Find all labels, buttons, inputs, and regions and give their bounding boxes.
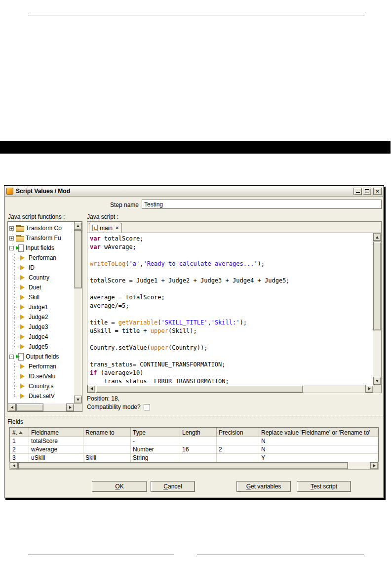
tree-item-id[interactable]: ID [8,263,74,273]
collapse-icon[interactable]: - [9,246,14,250]
leaf-icon [19,363,27,370]
scroll-thumb[interactable] [16,403,43,411]
column-header-length[interactable]: Length [180,428,217,437]
scroll-left-button[interactable] [87,385,95,393]
expand-icon[interactable]: + [9,226,14,231]
table-row[interactable]: 1totalScore-N [10,437,378,445]
table-horizontal-scrollbar[interactable] [9,462,379,470]
tree-item-input-fields[interactable]: -Input fields [8,243,74,253]
table-cell[interactable] [217,437,259,445]
step-name-label: Step name [34,201,139,208]
editor-horizontal-scrollbar[interactable] [87,385,373,393]
scroll-up-button[interactable] [373,233,381,241]
get-variables-button[interactable]: Get variables [236,481,291,492]
close-button[interactable]: × [373,188,382,195]
table-cell[interactable] [180,454,217,462]
scroll-up-button[interactable] [74,222,82,230]
tree-item-duet[interactable]: Duet [8,282,74,292]
table-cell[interactable]: 2 [10,445,29,454]
minimize-button[interactable] [353,188,362,195]
tree-item-output-fields[interactable]: -Output fields [8,352,74,362]
tree-item-country-s[interactable]: Country.s [8,381,74,391]
scroll-thumb[interactable] [74,230,82,288]
tab-close-icon[interactable]: × [116,225,118,231]
table-cell[interactable]: 16 [180,445,217,454]
scroll-down-button[interactable] [74,396,82,403]
tree-item-judge2[interactable]: Judge2 [8,312,74,322]
ok-button[interactable]: OK [92,481,147,492]
table-cell[interactable]: String [131,454,180,462]
scroll-thumb[interactable] [18,462,348,469]
arrow-up-icon [376,236,379,239]
tree-item-performan[interactable]: Performan [8,253,74,263]
editor-vertical-scrollbar[interactable] [373,233,381,385]
tree-item-judge4[interactable]: Judge4 [8,332,74,342]
code-editor[interactable]: var totalScore;var wAverage;writeToLog('… [87,233,381,393]
tree-horizontal-scrollbar[interactable] [8,403,74,411]
scroll-thumb[interactable] [373,242,381,330]
code-text[interactable]: var totalScore;var wAverage;writeToLog('… [90,235,372,384]
tree-item-skill[interactable]: Skill [8,292,74,302]
tab-main[interactable]: main × [89,223,122,233]
column-header-num[interactable]: #. [10,428,29,437]
table-cell[interactable]: totalScore [29,437,83,445]
table-cell[interactable] [217,454,259,462]
scroll-right-button[interactable] [370,462,378,469]
scroll-right-button[interactable] [66,403,74,411]
scroll-down-button[interactable] [373,377,381,385]
compatibility-label: Compatibility mode? [87,403,141,410]
scroll-thumb[interactable] [96,385,303,393]
step-name-input[interactable]: Testing [142,200,382,209]
table-cell[interactable]: wAverage [29,445,83,454]
compatibility-checkbox[interactable] [144,404,150,410]
top-rule [28,15,364,15]
leaf-icon [19,373,27,380]
column-header-precision[interactable]: Precision [217,428,259,437]
table-cell[interactable]: 2 [217,445,259,454]
column-header-replace-value-fieldname-or-rename-to[interactable]: Replace value 'Fieldname' or 'Rename to' [259,428,378,437]
tree-vertical-scrollbar[interactable] [74,222,82,403]
script-tab-icon [92,225,98,231]
table-cell[interactable]: 1 [10,437,29,445]
tree-item-performan[interactable]: Performan [8,362,74,371]
tree-item-judge5[interactable]: Judge5 [8,342,74,352]
tree-item-judge1[interactable]: Judge1 [8,302,74,312]
tree-item-duet-setv[interactable]: Duet.setV [8,391,74,401]
scroll-left-button[interactable] [8,403,16,411]
cancel-button[interactable]: Cancel [151,481,195,492]
dialog-titlebar[interactable]: Script Values / Mod × [5,186,383,197]
table-cell[interactable] [83,437,131,445]
collapse-icon[interactable]: - [9,355,14,359]
scroll-left-button[interactable] [10,462,18,469]
tree-item-country[interactable]: Country [8,273,74,282]
expand-icon[interactable]: + [9,236,14,241]
column-header-rename-to[interactable]: Rename to [83,428,131,437]
column-header-type[interactable]: Type [131,428,180,437]
table-row[interactable]: 3uSkillSkillStringY [10,454,378,462]
column-header-fieldname[interactable]: Fieldname [29,428,83,437]
code-line: totalScore = Judge1 + Judge2 + Judge3 + … [90,277,372,285]
table-cell[interactable]: Number [131,445,180,454]
tree-item-id-setvalu[interactable]: ID.setValu [8,371,74,381]
table-cell[interactable] [180,437,217,445]
tree-item-transform-co[interactable]: +Transform Co [8,223,74,233]
maximize-button[interactable] [363,188,371,195]
table-cell[interactable] [83,445,131,454]
table-cell[interactable]: N [259,445,378,454]
table-cell[interactable]: 3 [10,454,29,462]
tree-item-judge3[interactable]: Judge3 [8,322,74,332]
table-cell[interactable]: - [131,437,180,445]
table-cell[interactable]: uSkill [29,454,83,462]
tree-item-transform-fu[interactable]: +Transform Fu [8,233,74,243]
document-page: Script Values / Mod × Step name Testing … [0,0,392,564]
code-line [90,268,372,277]
code-line [90,251,372,260]
table-cell[interactable]: N [259,437,378,445]
functions-label: Java script functions : [8,213,65,220]
table-cell[interactable]: Y [259,454,378,462]
table-cell[interactable]: Skill [83,454,131,462]
arrow-left-icon [13,464,15,467]
test-script-button[interactable]: Test script [297,481,351,492]
scroll-right-button[interactable] [365,385,373,393]
table-row[interactable]: 2wAverageNumber162N [10,445,378,454]
